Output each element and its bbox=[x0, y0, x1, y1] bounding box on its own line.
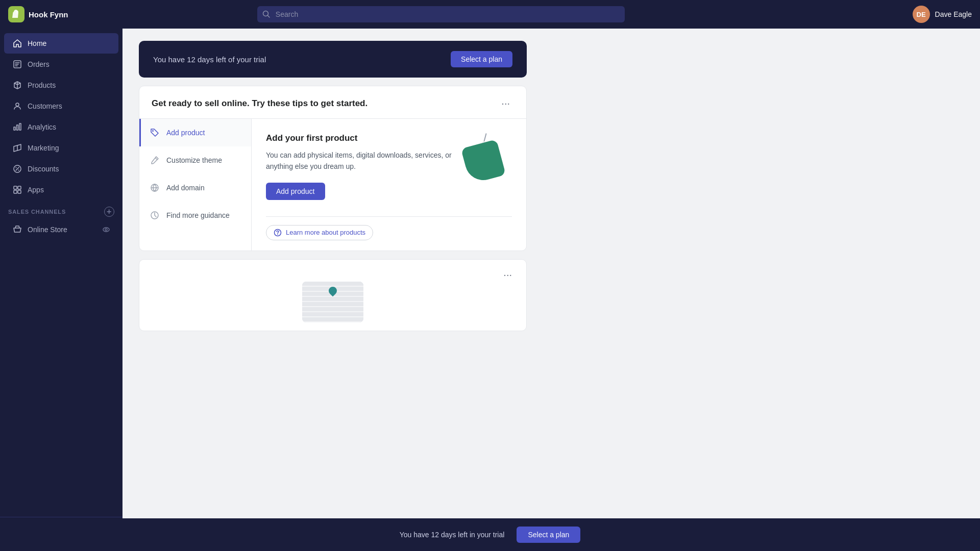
sidebar-item-label: Discounts bbox=[28, 165, 59, 173]
avatar: DE bbox=[913, 6, 930, 23]
search-container bbox=[257, 6, 625, 22]
sidebar-item-products[interactable]: Products bbox=[4, 75, 118, 95]
sidebar-item-label: Customers bbox=[28, 102, 62, 110]
step-find-guidance[interactable]: Find more guidance bbox=[139, 202, 251, 229]
sidebar-item-discounts[interactable]: Discounts bbox=[4, 159, 118, 179]
products-icon bbox=[12, 80, 22, 90]
customers-icon bbox=[12, 101, 22, 111]
card-title: Get ready to sell online. Try these tips… bbox=[152, 98, 368, 109]
svg-point-2 bbox=[16, 103, 19, 106]
step-add-domain[interactable]: Add domain bbox=[139, 174, 251, 202]
getting-started-card: Get ready to sell online. Try these tips… bbox=[139, 86, 527, 251]
svg-point-8 bbox=[18, 170, 19, 171]
analytics-icon bbox=[12, 122, 22, 132]
eye-icon[interactable] bbox=[102, 226, 110, 234]
marketing-icon bbox=[12, 143, 22, 153]
steps-list: Add product Customize theme bbox=[139, 119, 252, 251]
second-card-more-button[interactable]: ··· bbox=[499, 268, 516, 282]
bottom-banner-text: You have 12 days left in your trial bbox=[400, 531, 505, 539]
tag-icon bbox=[149, 127, 160, 138]
sidebar-item-orders[interactable]: Orders bbox=[4, 54, 118, 74]
steps-layout: Add product Customize theme bbox=[139, 118, 526, 251]
svg-point-13 bbox=[103, 228, 109, 232]
top-navigation: Hook Fynn DE Dave Eagle bbox=[0, 0, 980, 29]
apps-icon bbox=[12, 185, 22, 195]
brush-icon bbox=[149, 155, 160, 166]
user-menu[interactable]: DE Dave Eagle bbox=[913, 6, 972, 23]
sidebar: Home Orders Products bbox=[0, 29, 122, 551]
compass-icon bbox=[149, 210, 160, 221]
trial-banner: You have 12 days left of your trial Sele… bbox=[139, 41, 527, 78]
svg-point-16 bbox=[152, 130, 154, 132]
sidebar-item-apps[interactable]: Apps bbox=[4, 180, 118, 200]
learn-more-link[interactable]: Learn more about products bbox=[266, 225, 373, 240]
sidebar-item-label: Orders bbox=[28, 60, 50, 68]
step-content-desc: You can add physical items, digital down… bbox=[266, 149, 456, 172]
sidebar-item-label: Products bbox=[28, 81, 56, 89]
sidebar-nav: Home Orders Products bbox=[0, 33, 122, 517]
step-content-title: Add your first product bbox=[266, 133, 456, 143]
product-illustration bbox=[456, 138, 502, 184]
sidebar-item-online-store[interactable]: Online Store bbox=[4, 219, 118, 240]
step-customize-theme[interactable]: Customize theme bbox=[139, 146, 251, 174]
learn-more-label: Learn more about products bbox=[286, 229, 365, 236]
step-content: Add your first product You can add physi… bbox=[252, 119, 526, 251]
step-label: Customize theme bbox=[166, 156, 222, 164]
online-store-icon bbox=[12, 224, 22, 235]
svg-rect-4 bbox=[17, 125, 18, 130]
orders-icon bbox=[12, 59, 22, 69]
sidebar-item-marketing[interactable]: Marketing bbox=[4, 138, 118, 158]
sales-channels-section: SALES CHANNELS + bbox=[0, 201, 122, 219]
svg-point-14 bbox=[105, 229, 107, 231]
add-sales-channel-button[interactable]: + bbox=[104, 207, 114, 217]
search-icon bbox=[262, 10, 271, 18]
help-circle-icon bbox=[274, 229, 282, 237]
sidebar-item-home[interactable]: Home bbox=[4, 33, 118, 54]
home-icon bbox=[12, 38, 22, 48]
discounts-icon bbox=[12, 164, 22, 174]
svg-rect-5 bbox=[19, 123, 21, 130]
step-label: Add domain bbox=[166, 184, 205, 192]
sidebar-item-customers[interactable]: Customers bbox=[4, 96, 118, 116]
brand-name: Hook Fynn bbox=[29, 10, 68, 19]
svg-point-7 bbox=[16, 167, 17, 168]
user-name: Dave Eagle bbox=[935, 10, 972, 18]
card-header: Get ready to sell online. Try these tips… bbox=[139, 86, 526, 118]
brand: Hook Fynn bbox=[8, 6, 110, 22]
svg-rect-10 bbox=[18, 186, 21, 189]
map-preview bbox=[139, 282, 526, 331]
add-product-button[interactable]: Add product bbox=[266, 183, 325, 200]
svg-rect-9 bbox=[14, 186, 17, 189]
bottom-trial-banner: You have 12 days left in your trial Sele… bbox=[0, 518, 980, 551]
svg-rect-12 bbox=[18, 190, 21, 193]
main-content: You have 12 days left of your trial Sele… bbox=[122, 29, 980, 551]
select-plan-button[interactable]: Select a plan bbox=[451, 51, 512, 67]
shopify-logo-icon bbox=[8, 6, 24, 22]
step-content-inner: Add your first product You can add physi… bbox=[266, 133, 512, 212]
sidebar-item-label: Apps bbox=[28, 186, 44, 194]
svg-rect-3 bbox=[14, 127, 15, 130]
map-placeholder bbox=[302, 282, 363, 322]
sidebar-item-label: Online Store bbox=[28, 226, 67, 234]
step-label: Add product bbox=[166, 129, 205, 137]
sidebar-item-label: Home bbox=[28, 39, 46, 47]
bottom-select-plan-button[interactable]: Select a plan bbox=[517, 527, 580, 543]
sidebar-item-label: Marketing bbox=[28, 144, 59, 152]
step-add-product[interactable]: Add product bbox=[139, 119, 251, 146]
sidebar-item-label: Analytics bbox=[28, 123, 56, 131]
trial-banner-text: You have 12 days left of your trial bbox=[153, 55, 266, 64]
svg-point-20 bbox=[278, 234, 278, 234]
step-label: Find more guidance bbox=[166, 211, 230, 219]
globe-icon bbox=[149, 182, 160, 193]
svg-rect-11 bbox=[14, 190, 17, 193]
card-more-button[interactable]: ··· bbox=[497, 96, 514, 110]
map-pin-icon bbox=[327, 285, 339, 296]
search-input[interactable] bbox=[257, 6, 625, 22]
sidebar-item-analytics[interactable]: Analytics bbox=[4, 117, 118, 137]
second-card: ··· bbox=[139, 259, 527, 331]
second-card-header: ··· bbox=[139, 260, 526, 282]
